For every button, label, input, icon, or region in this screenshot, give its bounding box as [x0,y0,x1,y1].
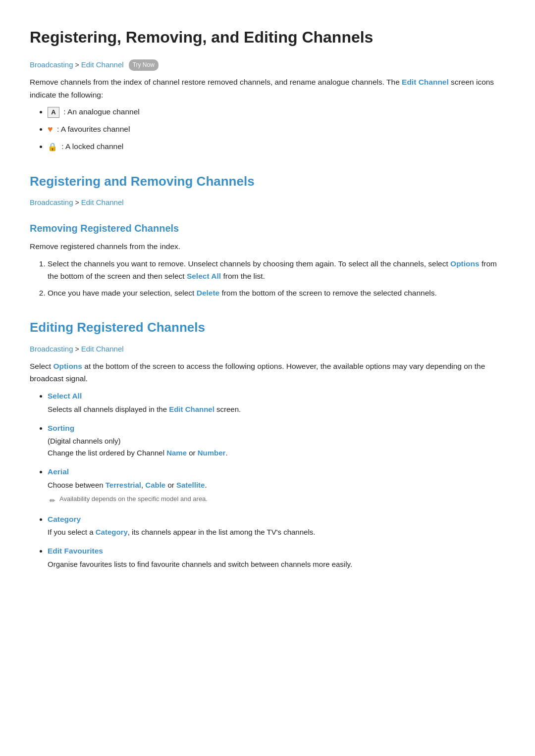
terrestrial-link[interactable]: Terrestrial [106,481,141,489]
breadcrumb-edit-channel-link-1[interactable]: Edit Channel [81,59,124,71]
icon-list-item-analogue: A : An analogue channel [48,106,505,118]
intro-edit-channel-link[interactable]: Edit Channel [402,78,449,86]
locked-label: : A locked channel [61,142,123,151]
section1-title: Registering and Removing Channels [30,171,505,192]
breadcrumb-edit-channel-link-3[interactable]: Edit Channel [81,343,124,355]
heart-icon: ♥ [48,122,53,137]
category-link[interactable]: Category [96,528,128,536]
removing-intro: Remove registered channels from the inde… [30,240,505,253]
section2-intro: Select Options at the bottom of the scre… [30,360,505,385]
options-list: Select All Selects all channels displaye… [48,390,505,570]
icon-list: A : An analogue channel ♥ : A favourites… [48,106,505,153]
edit-channel-link-3[interactable]: Edit Channel [169,405,214,413]
option-category: Category If you select a Category, its c… [48,513,505,539]
cable-link[interactable]: Cable [145,481,165,489]
icon-list-item-locked: 🔒 : A locked channel [48,141,505,153]
sorting-title[interactable]: Sorting [48,424,74,432]
number-link[interactable]: Number [198,449,226,457]
lock-icon: 🔒 [48,141,57,153]
satellite-link[interactable]: Satellite [176,481,205,489]
section2-title: Editing Registered Channels [30,317,505,338]
note-pencil-icon: ✏ [50,495,55,506]
option-aerial: Aerial Choose between Terrestrial, Cable… [48,466,505,506]
try-now-badge[interactable]: Try Now [129,59,159,71]
edit-favourites-desc: Organise favourites lists to find favour… [48,558,505,570]
sorting-desc1: (Digital channels only) [48,435,505,447]
breadcrumb-2: Broadcasting > Edit Channel [30,197,505,208]
aerial-title[interactable]: Aerial [48,467,69,476]
options-link-2[interactable]: Options [53,362,82,370]
analogue-icon: A [48,107,59,118]
breadcrumb-edit-channel-link-2[interactable]: Edit Channel [81,197,124,208]
select-all-link-1[interactable]: Select All [187,272,221,280]
delete-link[interactable]: Delete [197,289,220,297]
removing-step-1: Select the channels you want to remove. … [48,258,505,283]
aerial-note-row: ✏ Availability depends on the specific m… [50,494,505,506]
breadcrumb-sep-1: > [75,59,79,70]
breadcrumb-1: Broadcasting > Edit Channel Try Now [30,59,505,71]
option-select-all: Select All Selects all channels displaye… [48,390,505,415]
option-edit-favourites: Edit Favourites Organise favourites list… [48,545,505,570]
aerial-note-text: Availability depends on the specific mod… [59,494,208,504]
name-link[interactable]: Name [166,449,187,457]
breadcrumb-sep-3: > [75,344,79,354]
category-title[interactable]: Category [48,515,81,523]
icon-list-item-favourites: ♥ : A favourites channel [48,122,505,137]
removing-steps-list: Select the channels you want to remove. … [48,258,505,300]
breadcrumb-broadcasting-link-2[interactable]: Broadcasting [30,197,73,208]
options-link-1[interactable]: Options [450,259,480,268]
page-title: Registering, Removing, and Editing Chann… [30,25,505,50]
removing-step-2: Once you have made your selection, selec… [48,287,505,300]
select-all-title[interactable]: Select All [48,392,82,400]
breadcrumb-broadcasting-link-3[interactable]: Broadcasting [30,343,73,355]
breadcrumb-sep-2: > [75,197,79,208]
option-sorting: Sorting (Digital channels only) Change t… [48,422,505,459]
edit-favourites-title[interactable]: Edit Favourites [48,547,103,555]
analogue-label: : An analogue channel [63,107,139,116]
subsection-removing-title: Removing Registered Channels [30,220,505,236]
intro-paragraph: Remove channels from the index of channe… [30,76,505,101]
breadcrumb-3: Broadcasting > Edit Channel [30,343,505,355]
favourites-label: : A favourites channel [57,125,130,133]
breadcrumb-broadcasting-link-1[interactable]: Broadcasting [30,59,73,71]
